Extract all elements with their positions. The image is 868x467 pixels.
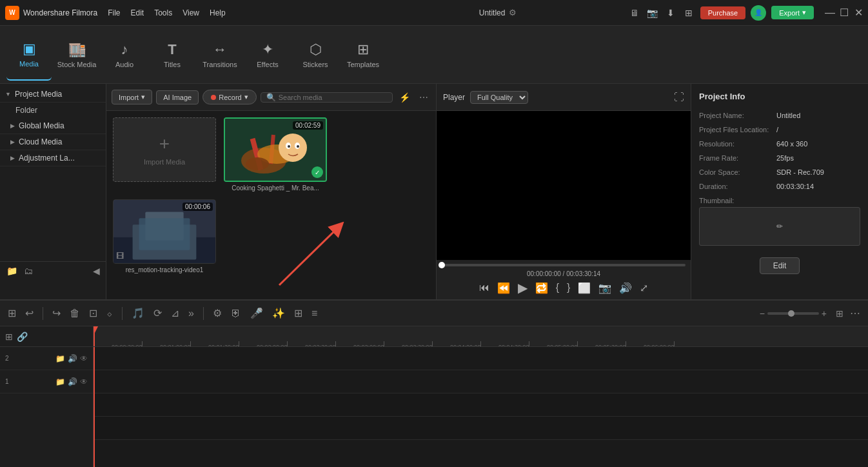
timeline-right[interactable]: 00:00:00:0000:00:30:0000:01:00:0000:01:3… <box>94 326 868 467</box>
play-button[interactable]: ▶ <box>518 280 528 295</box>
sidebar-cloud-media[interactable]: ▶ Cloud Media <box>0 134 106 150</box>
minimize-button[interactable]: — <box>825 8 834 17</box>
timeline-ruler: 00:00:00:0000:00:30:0000:01:00:0000:01:3… <box>94 326 868 347</box>
maximize-button[interactable]: ☐ <box>840 8 849 17</box>
edit-button[interactable]: Edit <box>760 257 800 274</box>
loop-button[interactable]: 🔁 <box>535 282 548 294</box>
info-value-duration: 00:03:30:14 <box>776 183 814 190</box>
nav-templates[interactable]: ⊞ Templates <box>340 29 386 81</box>
track-lanes <box>94 347 868 467</box>
new-folder-icon[interactable]: 📁 <box>6 266 17 276</box>
aspect-ratio-button[interactable]: ⬜ <box>578 282 591 294</box>
snapshot-button[interactable]: 📷 <box>598 282 611 294</box>
title-settings-icon[interactable]: ⚙ <box>509 8 517 17</box>
track-1-fold-icon[interactable]: 📁 <box>55 377 65 386</box>
sidebar-collapse-icon[interactable]: ◀ <box>93 266 100 276</box>
player-canvas <box>437 111 691 260</box>
nav-titles[interactable]: T Titles <box>150 29 195 81</box>
camera-icon[interactable]: 📷 <box>646 6 659 19</box>
right-controls: 🖥 📷 ⬇ ⊞ Purchase 👤 Export ▾ — ☐ ✕ <box>628 5 863 21</box>
shield-icon[interactable]: ⛨ <box>228 306 244 321</box>
split-view-icon[interactable]: ⊞ <box>5 306 19 321</box>
track-1-volume-icon[interactable]: 🔊 <box>68 377 77 386</box>
menu-file[interactable]: File <box>108 8 120 17</box>
crop-icon[interactable]: ⊡ <box>86 306 100 321</box>
nav-transitions[interactable]: ↔ Transitions <box>197 29 242 81</box>
audio-detach-icon[interactable]: 🎵 <box>129 306 147 321</box>
nav-media[interactable]: ▣ Media <box>6 29 52 81</box>
media-item-cooking[interactable]: 00:02:59 ✓ Cooking Spaghetti _ Mr. Bea..… <box>224 117 327 192</box>
close-button[interactable]: ✕ <box>854 8 863 17</box>
split-icon[interactable]: ⬦ <box>104 306 115 321</box>
menu-edit[interactable]: Edit <box>131 8 144 17</box>
sidebar-item-folder[interactable]: Folder <box>0 103 106 118</box>
menu-view[interactable]: View <box>182 8 199 17</box>
menu-help[interactable]: Help <box>210 8 226 17</box>
track-1-label: 1 <box>5 378 53 385</box>
sidebar-cloud-label: Cloud Media <box>19 137 62 146</box>
import-button[interactable]: Import ▾ <box>112 90 152 104</box>
filter-icon[interactable]: ⚡ <box>397 92 413 103</box>
ruler-mark-8: 00:04:00:00 <box>480 341 481 346</box>
sidebar: ▼ Project Media Folder ▶ Global Media ▶ … <box>0 84 106 299</box>
import-placeholder-item[interactable]: + Import Media <box>113 117 216 192</box>
playhead[interactable] <box>94 326 95 346</box>
monitor-icon[interactable]: 🖥 <box>628 6 641 19</box>
media-item-motion[interactable]: 00:00:06 🎞 res_motion-tracking-video1 <box>113 199 216 273</box>
menu-bar: File Edit Tools View Help <box>108 8 368 17</box>
speed-icon[interactable]: ⟳ <box>151 306 164 321</box>
player-fullscreen-icon[interactable]: ⛶ <box>674 92 684 103</box>
project-media-arrow: ▼ <box>5 91 11 97</box>
import-placeholder-thumb: + Import Media <box>113 117 216 182</box>
track-1-visibility-icon[interactable]: 👁 <box>80 377 88 386</box>
project-media-header[interactable]: ▼ Project Media <box>0 86 106 103</box>
nav-stickers[interactable]: ⬡ Stickers <box>293 29 338 81</box>
redo-icon[interactable]: ↪ <box>50 306 63 321</box>
audio-button[interactable]: 🔊 <box>619 282 632 294</box>
grid-view-button[interactable]: ⊞ <box>836 308 843 319</box>
rewind-button[interactable]: ⏪ <box>497 282 510 294</box>
ai-edit-icon[interactable]: ✨ <box>270 306 288 321</box>
nav-stock-media[interactable]: 🏬 Stock Media <box>54 29 99 81</box>
more-options-icon[interactable]: ⋯ <box>417 92 431 103</box>
sidebar-global-media[interactable]: ▶ Global Media <box>0 118 106 134</box>
sidebar-adjustment-layer[interactable]: ▶ Adjustment La... <box>0 150 106 166</box>
mic-icon[interactable]: 🎤 <box>248 306 266 321</box>
quality-select[interactable]: Full Quality <box>470 91 528 104</box>
grid-icon[interactable]: ⊞ <box>682 6 695 19</box>
fullscreen-button[interactable]: ⤢ <box>640 282 648 294</box>
ai-image-button[interactable]: AI Image <box>156 90 199 104</box>
search-input[interactable] <box>279 94 387 101</box>
record-button[interactable]: Record ▾ <box>202 90 256 104</box>
zoom-in-button[interactable]: + <box>822 308 827 319</box>
nav-audio[interactable]: ♪ Audio <box>102 29 147 81</box>
transform-icon[interactable]: ⊿ <box>168 306 182 321</box>
delete-folder-icon[interactable]: 🗂 <box>24 266 33 276</box>
zoom-out-button[interactable]: − <box>760 308 765 319</box>
search-box: 🔍 <box>261 92 393 103</box>
track-2-volume-icon[interactable]: 🔊 <box>68 354 77 363</box>
menu-tools[interactable]: Tools <box>154 8 172 17</box>
timeline-more-icon[interactable]: ⋯ <box>847 306 863 321</box>
nav-effects[interactable]: ✦ Effects <box>245 29 290 81</box>
edit-thumbnail-icon[interactable]: ✏ <box>776 222 783 231</box>
zoom-handle[interactable] <box>788 310 794 317</box>
mark-out-button[interactable]: } <box>567 282 570 293</box>
download-icon[interactable]: ⬇ <box>664 6 677 19</box>
mark-in-button[interactable]: { <box>556 282 559 293</box>
track-2-fold-icon[interactable]: 📁 <box>55 354 65 363</box>
prev-frame-button[interactable]: ⏮ <box>479 282 489 293</box>
progress-bar[interactable] <box>442 264 686 266</box>
link-icon[interactable]: 🔗 <box>17 332 28 342</box>
purchase-button[interactable]: Purchase <box>700 6 745 19</box>
clip-info-icon[interactable]: ⊞ <box>291 306 305 321</box>
add-track-icon[interactable]: ⊞ <box>5 332 13 342</box>
track-icon[interactable]: ≡ <box>309 306 320 321</box>
track-2-visibility-icon[interactable]: 👁 <box>80 354 88 363</box>
delete-icon[interactable]: 🗑 <box>67 306 83 321</box>
export-button[interactable]: Export ▾ <box>771 6 814 19</box>
settings-icon[interactable]: ⚙ <box>210 306 224 321</box>
progress-handle[interactable] <box>439 262 445 268</box>
more-tools-icon[interactable]: » <box>186 306 197 321</box>
undo-icon[interactable]: ↩ <box>23 306 36 321</box>
